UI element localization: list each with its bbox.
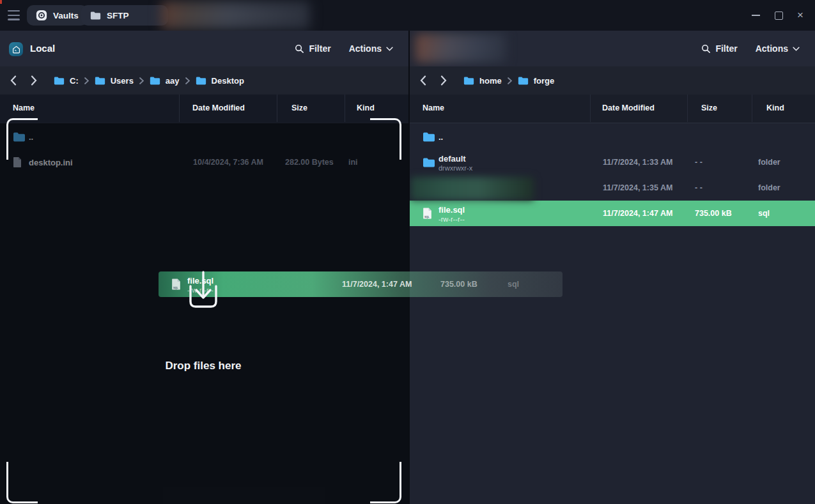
local-filter-button[interactable]: Filter xyxy=(295,43,330,54)
column-header-kind[interactable]: Kind xyxy=(766,103,784,112)
download-icon xyxy=(184,271,222,313)
column-header-size[interactable]: Size xyxy=(701,103,717,112)
local-panel-header: Local Filter Actions xyxy=(0,31,408,66)
crumb-label: Users xyxy=(111,76,134,86)
forward-icon[interactable] xyxy=(440,75,447,86)
svg-text:SQL: SQL xyxy=(424,216,430,218)
chevron-down-icon xyxy=(793,47,800,51)
folder-icon xyxy=(423,157,435,167)
panel-title-local: Local xyxy=(30,43,55,54)
menu-icon[interactable] xyxy=(8,10,20,20)
table-row-parent-dir[interactable]: .. xyxy=(410,124,815,149)
sftp-tab-label: SFTP xyxy=(107,11,129,20)
actions-label: Actions xyxy=(349,43,382,54)
folder-icon xyxy=(423,132,435,142)
search-icon xyxy=(701,44,711,54)
actions-label: Actions xyxy=(756,43,788,54)
crumb-label: aay xyxy=(166,76,180,86)
remote-actions-button[interactable]: Actions xyxy=(756,43,800,54)
crumb-separator-icon xyxy=(84,77,89,84)
crumb-separator-icon xyxy=(508,77,512,84)
file-size: 735.00 kB xyxy=(440,280,477,289)
column-header-size[interactable]: Size xyxy=(291,103,307,112)
local-actions-button[interactable]: Actions xyxy=(349,43,393,54)
column-divider xyxy=(590,95,591,122)
crumb-label: C: xyxy=(70,76,79,86)
remote-breadcrumb: home forge xyxy=(410,66,815,95)
filter-label: Filter xyxy=(309,43,330,54)
folder-icon xyxy=(150,76,160,85)
remote-panel-header: Filter Actions xyxy=(410,31,815,66)
vaults-button[interactable]: Vaults xyxy=(27,5,88,26)
file-size: - - xyxy=(695,183,702,192)
column-divider xyxy=(179,95,180,122)
forward-icon[interactable] xyxy=(31,75,37,86)
remote-filter-button[interactable]: Filter xyxy=(701,43,737,54)
drop-zone[interactable] xyxy=(0,123,408,504)
drop-zone-corner-icon xyxy=(370,462,401,503)
drop-zone-corner-icon xyxy=(6,118,38,160)
vaults-label: Vaults xyxy=(53,11,79,20)
file-kind: sql xyxy=(758,209,770,218)
minimize-button[interactable] xyxy=(747,6,765,24)
column-divider xyxy=(277,95,277,122)
breadcrumb-item-users[interactable]: Users xyxy=(95,76,134,86)
column-header-date-modified[interactable]: Date Modified xyxy=(602,103,655,112)
close-button[interactable]: × xyxy=(791,6,809,24)
remote-table-header: Name Date Modified Size Kind xyxy=(410,95,815,123)
file-name: .. xyxy=(439,132,443,142)
drop-hint-text: Drop files here xyxy=(153,360,253,372)
file-name: default xyxy=(439,154,466,164)
local-table-header: Name Date Modified Size Kind xyxy=(0,95,408,123)
drop-zone-corner-icon xyxy=(6,462,38,503)
column-divider xyxy=(752,95,752,122)
breadcrumb-item-forge[interactable]: forge xyxy=(518,76,555,86)
titlebar: Vaults SFTP × xyxy=(0,0,815,31)
local-host-icon xyxy=(9,42,23,56)
back-icon[interactable] xyxy=(10,75,17,86)
column-header-date-modified[interactable]: Date Modified xyxy=(192,103,245,112)
breadcrumb-item-desktop[interactable]: Desktop xyxy=(196,76,244,86)
folder-icon xyxy=(95,76,105,85)
folder-icon xyxy=(90,11,101,20)
minimize-icon xyxy=(752,15,760,16)
folder-icon xyxy=(463,76,474,85)
file-permissions: drwxrwxr-x xyxy=(439,164,472,172)
table-row-default[interactable]: default drwxrwxr-x 11/7/2024, 1:33 AM - … xyxy=(410,149,815,175)
maximize-icon xyxy=(775,11,783,20)
file-date-modified: 11/7/2024, 1:47 AM xyxy=(342,280,412,289)
column-header-kind[interactable]: Kind xyxy=(357,103,375,112)
back-icon[interactable] xyxy=(420,75,426,86)
folder-icon xyxy=(54,76,65,85)
folder-icon xyxy=(196,76,206,85)
screen-artifact xyxy=(0,0,2,4)
search-icon xyxy=(295,44,304,54)
table-row-file-sql[interactable]: SQL file.sql -rw-r--r-- 11/7/2024, 1:47 … xyxy=(410,201,815,226)
remote-file-panel: Filter Actions home forge Name Date Modi xyxy=(410,31,815,504)
crumb-label: Desktop xyxy=(212,76,244,86)
tab-sftp[interactable]: SFTP xyxy=(81,5,168,26)
local-breadcrumb: C: Users aay Desktop xyxy=(0,66,408,95)
svg-text:SQL: SQL xyxy=(173,287,178,289)
file-name: file.sql xyxy=(439,205,465,215)
chevron-down-icon xyxy=(386,47,393,51)
breadcrumb-item-home[interactable]: home xyxy=(463,76,502,86)
crumb-label: forge xyxy=(534,76,555,86)
breadcrumb-item-drive[interactable]: C: xyxy=(54,76,79,86)
crumb-separator-icon xyxy=(139,77,144,84)
breadcrumb-item-aay[interactable]: aay xyxy=(150,76,180,86)
panel-divider xyxy=(408,31,410,504)
folder-icon xyxy=(518,76,529,85)
crumb-separator-icon xyxy=(185,77,190,84)
column-header-name[interactable]: Name xyxy=(423,103,444,112)
drop-zone-corner-icon xyxy=(370,118,401,160)
column-divider xyxy=(345,95,345,122)
file-date-modified: 11/7/2024, 1:35 AM xyxy=(603,183,672,192)
column-header-name[interactable]: Name xyxy=(13,103,35,112)
maximize-button[interactable] xyxy=(770,6,788,24)
file-permissions: -rw-r--r-- xyxy=(439,215,465,223)
sql-file-icon: SQL xyxy=(171,279,181,291)
redacted-tab[interactable] xyxy=(161,1,310,29)
file-kind: folder xyxy=(758,158,780,167)
file-kind: sql xyxy=(508,280,519,289)
